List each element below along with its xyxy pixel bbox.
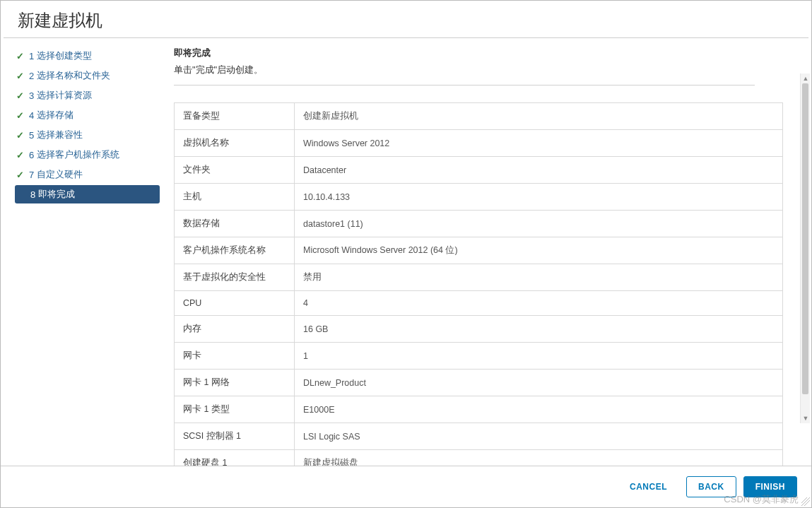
wizard-step-1[interactable]: ✓1选择创建类型 — [15, 47, 160, 65]
step-number: 1 — [29, 51, 34, 61]
panel-subtitle: 单击"完成"启动创建。 — [174, 64, 783, 76]
wizard-footer: CANCEL BACK FINISH — [1, 466, 811, 507]
table-row: 基于虚拟化的安全性禁用 — [175, 264, 783, 291]
summary-key: 创建硬盘 1 — [175, 450, 295, 466]
summary-key: 客户机操作系统名称 — [175, 237, 295, 264]
summary-key: 置备类型 — [175, 103, 295, 130]
summary-key: 主机 — [175, 184, 295, 211]
wizard-step-6[interactable]: ✓6选择客户机操作系统 — [15, 146, 160, 164]
summary-table: 置备类型创建新虚拟机虚拟机名称Windows Server 2012文件夹Dat… — [174, 102, 783, 466]
scroll-up-icon[interactable]: ▲ — [801, 73, 811, 83]
summary-value: Windows Server 2012 — [295, 130, 783, 157]
step-label: 选择创建类型 — [37, 49, 92, 62]
back-button[interactable]: BACK — [686, 476, 736, 497]
check-icon: ✓ — [16, 110, 29, 121]
summary-key: 网卡 1 网络 — [175, 370, 295, 396]
step-label: 选择客户机操作系统 — [37, 148, 119, 161]
step-label: 即将完成 — [38, 188, 75, 201]
table-row: CPU4 — [175, 291, 783, 316]
summary-key: 基于虚拟化的安全性 — [175, 264, 295, 291]
resize-grip-icon[interactable] — [801, 497, 810, 506]
summary-key: 文件夹 — [175, 157, 295, 184]
wizard-step-2[interactable]: ✓2选择名称和文件夹 — [15, 66, 160, 85]
summary-key: 网卡 1 类型 — [175, 396, 295, 423]
step-number: 2 — [29, 71, 34, 81]
summary-value: DLnew_Product — [295, 370, 783, 396]
dialog-title: 新建虚拟机 — [4, 1, 808, 38]
table-row: 网卡 1 网络DLnew_Product — [175, 370, 783, 396]
cancel-button[interactable]: CANCEL — [618, 476, 679, 497]
summary-value: 4 — [295, 291, 783, 316]
table-row: 虚拟机名称Windows Server 2012 — [175, 130, 783, 157]
table-row: 客户机操作系统名称Microsoft Windows Server 2012 (… — [175, 237, 783, 264]
summary-value: Datacenter — [295, 157, 783, 184]
summary-value: 禁用 — [295, 264, 783, 291]
wizard-step-3[interactable]: ✓3选择计算资源 — [15, 86, 160, 105]
summary-value: 新建虚拟磁盘 — [295, 450, 783, 466]
wizard-step-7[interactable]: ✓7自定义硬件 — [15, 165, 160, 184]
step-number: 7 — [29, 170, 34, 180]
table-row: SCSI 控制器 1LSI Logic SAS — [175, 423, 783, 450]
table-row: 创建硬盘 1新建虚拟磁盘 — [175, 450, 783, 466]
summary-key: 内存 — [175, 316, 295, 343]
summary-value: 创建新虚拟机 — [295, 103, 783, 130]
panel-divider — [174, 85, 755, 85]
summary-value: 10.10.4.133 — [295, 184, 783, 211]
summary-value: 16 GB — [295, 316, 783, 343]
summary-value: 1 — [295, 343, 783, 370]
summary-key: 网卡 — [175, 343, 295, 370]
summary-key: 数据存储 — [175, 211, 295, 237]
wizard-step-8[interactable]: 8即将完成 — [15, 185, 160, 203]
check-icon: ✓ — [16, 90, 29, 101]
summary-table-wrap: 置备类型创建新虚拟机虚拟机名称Windows Server 2012文件夹Dat… — [174, 102, 811, 466]
panel-title: 即将完成 — [174, 47, 783, 59]
summary-value: LSI Logic SAS — [295, 423, 783, 450]
new-vm-wizard-dialog: 新建虚拟机 ✓1选择创建类型✓2选择名称和文件夹✓3选择计算资源✓4选择存储✓5… — [0, 0, 812, 508]
check-icon: ✓ — [16, 170, 29, 180]
summary-value: Microsoft Windows Server 2012 (64 位) — [295, 237, 783, 264]
step-label: 选择存储 — [37, 109, 73, 122]
step-number: 3 — [29, 90, 34, 101]
summary-key: SCSI 控制器 1 — [175, 423, 295, 450]
table-row: 文件夹Datacenter — [175, 157, 783, 184]
dialog-body: ✓1选择创建类型✓2选择名称和文件夹✓3选择计算资源✓4选择存储✓5选择兼容性✓… — [1, 38, 811, 466]
table-row: 网卡 1 类型E1000E — [175, 396, 783, 423]
step-label: 自定义硬件 — [37, 168, 83, 181]
step-number: 6 — [29, 150, 34, 160]
table-row: 网卡1 — [175, 343, 783, 370]
step-number: 5 — [29, 130, 34, 141]
scroll-thumb[interactable] — [802, 83, 808, 394]
scroll-down-icon[interactable]: ▼ — [801, 413, 811, 423]
step-label: 选择计算资源 — [37, 89, 92, 102]
table-row: 置备类型创建新虚拟机 — [175, 103, 783, 130]
table-row: 主机10.10.4.133 — [175, 184, 783, 211]
wizard-main-panel: 即将完成 单击"完成"启动创建。 置备类型创建新虚拟机虚拟机名称Windows … — [160, 38, 811, 466]
check-icon: ✓ — [16, 71, 29, 81]
step-label: 选择兼容性 — [37, 129, 83, 141]
summary-value: E1000E — [295, 396, 783, 423]
vertical-scrollbar[interactable]: ▲ ▼ — [800, 73, 810, 423]
wizard-step-4[interactable]: ✓4选择存储 — [15, 106, 160, 124]
summary-value: datastore1 (11) — [295, 211, 783, 237]
table-row: 内存16 GB — [175, 316, 783, 343]
finish-button[interactable]: FINISH — [743, 476, 797, 497]
summary-key: 虚拟机名称 — [175, 130, 295, 157]
wizard-step-5[interactable]: ✓5选择兼容性 — [15, 126, 160, 144]
step-number: 4 — [29, 110, 34, 121]
wizard-steps-sidebar: ✓1选择创建类型✓2选择名称和文件夹✓3选择计算资源✓4选择存储✓5选择兼容性✓… — [1, 38, 160, 466]
check-icon: ✓ — [16, 51, 29, 61]
step-number: 8 — [30, 189, 35, 200]
summary-key: CPU — [175, 291, 295, 316]
table-row: 数据存储datastore1 (11) — [175, 211, 783, 237]
check-icon: ✓ — [16, 150, 29, 160]
step-label: 选择名称和文件夹 — [37, 69, 110, 82]
check-icon: ✓ — [16, 130, 29, 141]
